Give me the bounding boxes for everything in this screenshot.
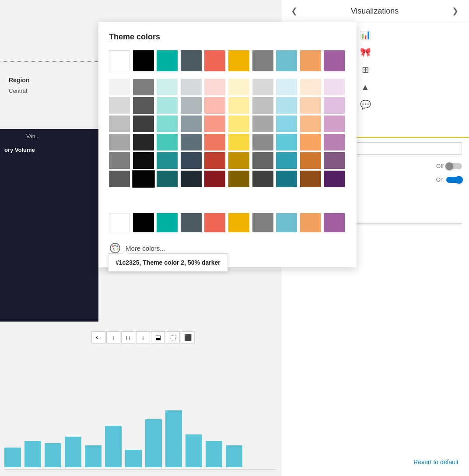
shade-color-swatch[interactable] (204, 134, 225, 150)
shade-color-swatch[interactable] (181, 97, 202, 114)
shade-color-swatch[interactable] (133, 152, 154, 169)
bottom-bars (4, 410, 242, 467)
shade-color-swatch[interactable] (157, 97, 178, 114)
shade-color-swatch[interactable] (252, 116, 273, 132)
bottom-color-swatch[interactable] (228, 213, 249, 232)
shade-color-swatch[interactable] (181, 116, 202, 132)
shade-color-swatch[interactable] (324, 134, 345, 150)
bottom-color-swatch[interactable] (276, 213, 297, 232)
shade-color-swatch[interactable] (300, 116, 321, 132)
toolbar-btn-1[interactable]: ⇐ (91, 331, 105, 343)
shade-color-swatch[interactable] (109, 152, 130, 169)
shade-color-swatch[interactable] (204, 79, 225, 95)
shade-color-swatch[interactable] (324, 97, 345, 114)
shade-color-swatch[interactable] (181, 79, 202, 95)
bottom-bar (65, 437, 81, 467)
shade-color-swatch[interactable] (109, 116, 130, 132)
top-color-swatch[interactable] (181, 50, 202, 71)
shade-color-swatch[interactable] (133, 171, 154, 187)
shade-color-swatch[interactable] (300, 171, 321, 187)
shade-color-swatch[interactable] (133, 79, 154, 95)
nav-next-button[interactable]: ❯ (448, 4, 462, 18)
shade-color-swatch[interactable] (300, 134, 321, 150)
shade-color-swatch[interactable] (300, 97, 321, 114)
shade-color-swatch[interactable] (324, 152, 345, 169)
viz-icon-treemap[interactable]: ⊞ (356, 62, 375, 77)
bottom-color-swatch[interactable] (133, 213, 154, 232)
bottom-color-swatch[interactable] (157, 213, 178, 232)
shade-color-swatch[interactable] (204, 116, 225, 132)
shade-color-swatch[interactable] (228, 79, 249, 95)
revert-to-default-button[interactable]: Revert to default (413, 458, 458, 466)
top-color-row (109, 50, 346, 71)
shade-color-swatch[interactable] (252, 171, 273, 187)
shade-color-swatch[interactable] (204, 171, 225, 187)
shade-color-swatch[interactable] (157, 171, 178, 187)
shade-color-swatch[interactable] (276, 97, 297, 114)
shade-color-swatch[interactable] (228, 152, 249, 169)
shade-color-swatch[interactable] (109, 79, 130, 95)
shade-color-swatch[interactable] (324, 116, 345, 132)
shade-color-swatch[interactable] (300, 79, 321, 95)
viz-icon-qa[interactable]: 💬 (356, 97, 375, 112)
shade-color-swatch[interactable] (109, 171, 130, 187)
shade-color-swatch[interactable] (276, 116, 297, 132)
shade-color-swatch[interactable] (252, 152, 273, 169)
bottom-color-swatch[interactable] (181, 213, 202, 232)
shade-color-swatch[interactable] (324, 79, 345, 95)
shade-color-swatch[interactable] (276, 79, 297, 95)
shade-color-swatch[interactable] (109, 97, 130, 114)
shade-color-swatch[interactable] (300, 152, 321, 169)
shade-color-swatch[interactable] (228, 97, 249, 114)
toolbar-btn-5[interactable]: ⬓ (151, 331, 165, 343)
bottom-color-swatch[interactable] (204, 213, 225, 232)
shade-color-swatch[interactable] (324, 171, 345, 187)
toolbar-btn-4[interactable]: ↓ (136, 331, 150, 343)
shade-color-swatch[interactable] (133, 116, 154, 132)
toolbar-btn-2[interactable]: ↓ (106, 331, 120, 343)
top-color-swatch[interactable] (276, 50, 297, 71)
bottom-color-swatch[interactable] (324, 213, 345, 232)
bottom-color-swatch[interactable] (252, 213, 273, 232)
shade-color-swatch[interactable] (181, 152, 202, 169)
shade-color-swatch[interactable] (157, 152, 178, 169)
top-color-swatch[interactable] (300, 50, 321, 71)
top-color-swatch[interactable] (228, 50, 249, 71)
shade-color-swatch[interactable] (109, 134, 130, 150)
bottom-color-swatch[interactable] (109, 213, 130, 232)
toggle-track-on[interactable] (446, 177, 462, 183)
top-color-swatch[interactable] (133, 50, 154, 71)
top-color-swatch[interactable] (157, 50, 178, 71)
toolbar-btn-7[interactable]: ⬛ (181, 331, 195, 343)
toolbar-btn-6[interactable]: ⬚ (166, 331, 180, 343)
shade-color-swatch[interactable] (228, 171, 249, 187)
shade-color-swatch[interactable] (276, 134, 297, 150)
shade-color-swatch[interactable] (181, 134, 202, 150)
shade-color-swatch[interactable] (252, 79, 273, 95)
shade-color-swatch[interactable] (157, 79, 178, 95)
shade-color-swatch[interactable] (204, 152, 225, 169)
toggle-track-off[interactable] (446, 163, 462, 169)
shade-color-swatch[interactable] (204, 97, 225, 114)
shade-color-swatch[interactable] (252, 134, 273, 150)
bottom-color-swatch[interactable] (300, 213, 321, 232)
shade-color-swatch[interactable] (157, 116, 178, 132)
shade-color-swatch[interactable] (276, 152, 297, 169)
top-color-swatch[interactable] (204, 50, 225, 71)
nav-prev-button[interactable]: ❮ (287, 4, 301, 18)
top-color-swatch[interactable] (324, 50, 345, 71)
viz-icon-waterfall[interactable]: 📊 (356, 27, 375, 42)
shade-color-swatch[interactable] (228, 134, 249, 150)
shade-color-swatch[interactable] (133, 134, 154, 150)
toolbar-btn-3[interactable]: ↓↓ (121, 331, 135, 343)
top-color-swatch[interactable] (252, 50, 273, 71)
shade-color-swatch[interactable] (252, 97, 273, 114)
shade-color-swatch[interactable] (228, 116, 249, 132)
viz-icon-ribbon[interactable]: 🎀 (356, 44, 375, 60)
shade-color-swatch[interactable] (181, 171, 202, 187)
top-color-swatch[interactable] (109, 50, 130, 71)
viz-icon-kpi[interactable]: ▲ (356, 79, 375, 95)
shade-color-swatch[interactable] (133, 97, 154, 114)
shade-color-swatch[interactable] (157, 134, 178, 150)
shade-color-swatch[interactable] (276, 171, 297, 187)
